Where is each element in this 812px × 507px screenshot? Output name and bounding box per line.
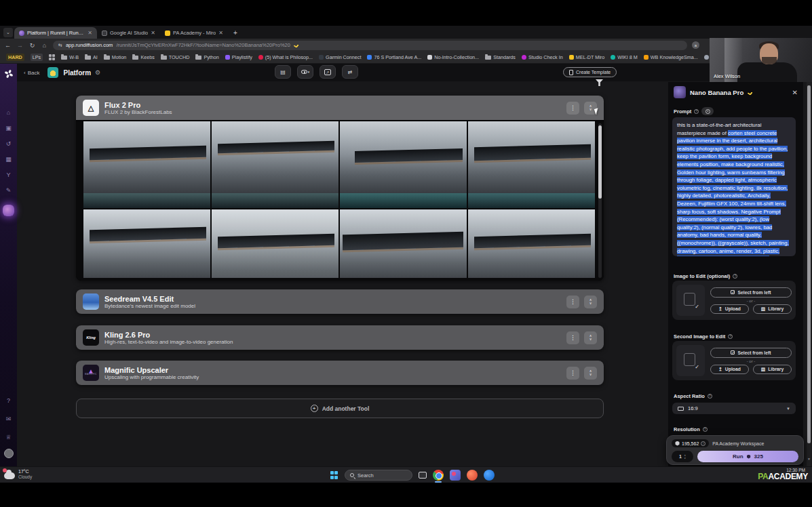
step-down-icon[interactable]: ∨ xyxy=(684,457,686,460)
taskbar-search-input[interactable]: Search xyxy=(345,470,412,481)
image-placeholder[interactable]: ✓ xyxy=(676,285,705,316)
bookmark-site[interactable]: WIKI 8 M xyxy=(611,54,638,60)
weather-widget[interactable]: 17°C Cloudy xyxy=(4,469,32,480)
bookmark-folder[interactable]: Keebs xyxy=(132,54,154,60)
bookmark-site[interactable]: WB KnowledgeSma... xyxy=(644,54,698,60)
bookmark-site[interactable]: 76 S Portland Ave A... xyxy=(367,54,421,60)
powerpoint-icon[interactable] xyxy=(467,470,478,481)
library-button[interactable]: ▤Library xyxy=(753,365,792,374)
add-another-tool-button[interactable]: + Add another Tool xyxy=(76,399,604,418)
bookmark-folder[interactable]: Motion xyxy=(104,54,127,60)
generated-image-thumbnail[interactable] xyxy=(83,209,210,278)
notebook-button[interactable]: ▤ xyxy=(275,65,291,79)
export-button[interactable]: ↗ xyxy=(320,65,336,79)
help-icon[interactable]: ? xyxy=(694,109,699,114)
tool-card-header[interactable]: Seedream V4.5 Edit Bytedance's newest im… xyxy=(76,289,604,314)
gallery-icon[interactable]: ▣ xyxy=(0,121,17,135)
bookmark-site[interactable]: Playlistify xyxy=(225,54,252,60)
tool-card-header[interactable]: △ Flux 2 Pro FLUX 2 by BlackForestLabs ⋮… xyxy=(76,96,604,120)
select-from-left-button[interactable]: ✓Select from left xyxy=(710,287,792,298)
teams-icon[interactable] xyxy=(450,470,461,481)
browser-tab-rundiffusion[interactable]: Platform | Runnit | RunDiffusion ✕ xyxy=(14,27,97,39)
tool-menu-button[interactable]: ⋮ xyxy=(566,331,579,344)
bookmark-folder[interactable]: Standards xyxy=(485,54,516,60)
tool-menu-button[interactable]: ⋮ xyxy=(566,367,579,380)
bookmark-folder[interactable]: W-B xyxy=(61,54,79,60)
forward-icon[interactable]: → xyxy=(16,42,24,49)
help-icon[interactable]: ? xyxy=(0,394,17,407)
bookmark-hard[interactable]: HARD xyxy=(6,54,24,61)
help-icon[interactable]: ? xyxy=(728,334,733,339)
page-scrollbar[interactable]: ▼ xyxy=(807,64,811,466)
outlook-icon[interactable] xyxy=(484,470,495,481)
tool-collapse-button[interactable]: ∧∨ xyxy=(584,331,597,344)
select-from-left-button[interactable]: ✓Select from left xyxy=(710,348,792,358)
aspect-ratio-select[interactable]: 16:9 ▼ xyxy=(672,403,796,414)
task-view-icon[interactable] xyxy=(419,472,427,479)
tab-close-icon[interactable]: ✕ xyxy=(88,30,92,36)
help-icon[interactable]: ? xyxy=(733,274,737,279)
upload-button[interactable]: ↥Upload xyxy=(710,365,749,374)
back-icon[interactable]: ← xyxy=(4,42,12,49)
shuffle-button[interactable]: ⇄ xyxy=(342,65,358,79)
home-icon[interactable]: ⌂ xyxy=(41,42,48,49)
page-scrollbar-thumb[interactable] xyxy=(807,85,811,443)
tool-collapse-button[interactable]: ∧∨ xyxy=(584,296,597,308)
home-icon[interactable]: ⌂ xyxy=(0,106,17,119)
tab-search-icon[interactable]: ⌄ xyxy=(3,28,13,37)
help-icon[interactable]: ? xyxy=(708,394,712,399)
help-icon[interactable]: ? xyxy=(703,427,708,432)
tab-close-icon[interactable]: ✕ xyxy=(151,30,155,36)
bookmark-site[interactable]: Studio Check In xyxy=(522,54,563,60)
rundiffusion-logo[interactable] xyxy=(4,69,14,79)
prompt-textarea[interactable]: this is a state-of-the-art architectural… xyxy=(672,117,796,256)
bookmark-site[interactable]: (5) What is Philosop... xyxy=(258,54,313,60)
prompt-history-button[interactable] xyxy=(701,107,714,115)
site-settings-icon[interactable]: ⇆ xyxy=(58,43,62,48)
bookmark-site[interactable]: MEL-DT Miro xyxy=(569,54,605,60)
image-placeholder[interactable]: ✓ xyxy=(676,345,705,376)
upload-button[interactable]: ↥Upload xyxy=(710,304,749,314)
visibility-button[interactable]: ▾ xyxy=(297,65,313,79)
grid-scrollbar[interactable] xyxy=(598,123,602,278)
info-icon[interactable]: i xyxy=(701,441,705,446)
back-button[interactable]: ‹ Back xyxy=(24,70,39,76)
generated-image-thumbnail[interactable] xyxy=(340,209,467,278)
settings-gear-icon[interactable]: ⚙ xyxy=(95,69,100,76)
browser-tab-miro[interactable]: PA Academy - Miro ✕ xyxy=(160,27,228,39)
new-tab-button[interactable]: + xyxy=(233,29,237,37)
grid-scrollbar-thumb[interactable] xyxy=(598,125,602,199)
edit-icon[interactable]: ✎ xyxy=(0,184,17,197)
run-button[interactable]: Run 325 xyxy=(697,451,798,462)
grid-icon[interactable]: ▦ xyxy=(0,153,17,166)
create-template-button[interactable]: Create Template xyxy=(563,67,617,77)
branch-icon[interactable]: Y xyxy=(0,168,17,182)
user-avatar[interactable] xyxy=(4,449,14,458)
address-bar[interactable]: ⇆ app.rundiffusion.com/runnit/JsTmQcYtvE… xyxy=(53,41,687,50)
generated-image-thumbnail[interactable] xyxy=(212,121,339,208)
tool-menu-button[interactable]: ⋮ xyxy=(566,102,579,115)
browser-tab-google-ai-studio[interactable]: Google AI Studio ✕ xyxy=(97,27,160,39)
windows-start-button[interactable] xyxy=(330,471,339,479)
scroll-down-icon[interactable]: ▼ xyxy=(807,457,811,461)
generated-image-thumbnail[interactable] xyxy=(468,209,595,278)
bookmark-folder[interactable]: TOUCHD xyxy=(161,54,190,60)
bookmark-lps[interactable]: LPs xyxy=(31,54,43,61)
credits-balance[interactable]: 195,562 i xyxy=(672,439,709,447)
library-button[interactable]: ▤Library xyxy=(753,304,792,314)
generated-image-thumbnail[interactable] xyxy=(83,121,210,208)
bookmark-site[interactable]: No-Intro-Collection... xyxy=(427,54,479,60)
browser-profile-avatar[interactable]: a xyxy=(692,41,699,49)
tool-card-header[interactable]: Kling Kling 2.6 Pro High-res, text-to-vi… xyxy=(76,325,604,350)
reload-icon[interactable]: ↻ xyxy=(28,42,36,49)
upgrade-crown-icon[interactable]: ♕ xyxy=(0,430,17,444)
active-tool-icon[interactable] xyxy=(3,205,14,216)
tool-collapse-button[interactable]: ∧∨ xyxy=(584,367,597,380)
tab-close-icon[interactable]: ✕ xyxy=(218,30,223,36)
history-icon[interactable]: ↺ xyxy=(0,137,17,150)
close-icon[interactable]: ✕ xyxy=(792,89,798,96)
batch-count-stepper[interactable]: 1 ∧∨ xyxy=(672,451,693,462)
bookmark-folder[interactable]: Python xyxy=(195,54,218,60)
tool-card-header[interactable]: ▲MAGNIFIC Magnific Upscaler Upscaling wi… xyxy=(76,361,604,385)
bookmark-site[interactable]: Garmin Connect xyxy=(319,54,361,60)
